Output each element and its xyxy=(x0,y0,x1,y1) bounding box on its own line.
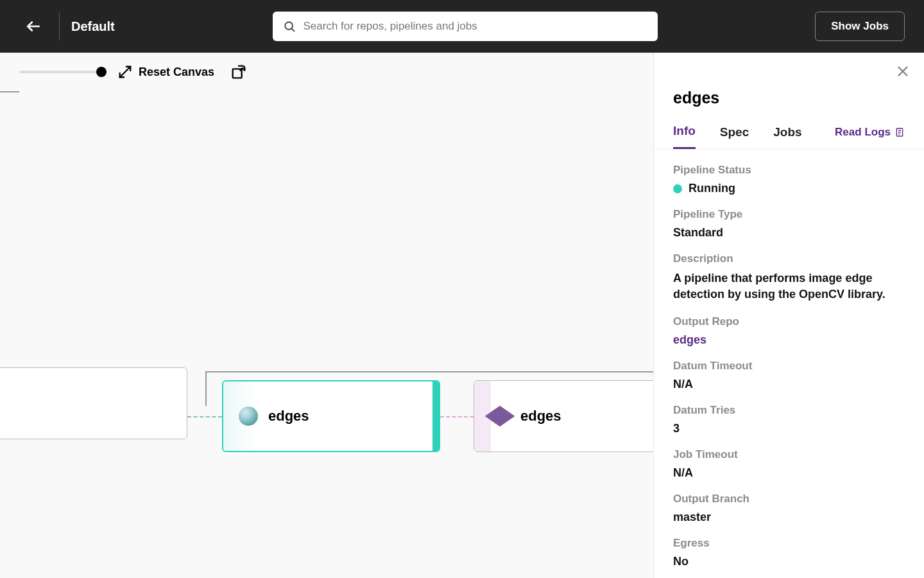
zoom-slider[interactable] xyxy=(19,71,103,73)
field-pipeline-status: Pipeline Status Running xyxy=(673,164,905,195)
output-repo-link[interactable]: edges xyxy=(673,333,905,347)
connector-arrow xyxy=(187,416,222,417)
field-value: N/A xyxy=(673,466,905,480)
close-panel-button[interactable] xyxy=(896,64,910,81)
reset-canvas-button[interactable]: Reset Canvas xyxy=(118,65,214,79)
field-datum-timeout: Datum Timeout N/A xyxy=(673,360,905,391)
node-label: edges xyxy=(268,408,309,425)
field-value: 3 xyxy=(673,422,905,435)
tab-spec[interactable]: Spec xyxy=(720,125,749,148)
svg-line-2 xyxy=(291,29,294,31)
zoom-slider-thumb[interactable] xyxy=(96,67,107,77)
read-logs-label: Read Logs xyxy=(835,126,891,139)
panel-tabs: Info Spec Jobs Read Logs xyxy=(654,107,924,150)
reset-canvas-label: Reset Canvas xyxy=(139,66,214,79)
project-title: Default xyxy=(71,19,115,34)
field-label: Egress xyxy=(673,537,905,550)
field-label: Output Branch xyxy=(673,493,905,505)
field-value: Standard xyxy=(673,226,905,240)
header-divider xyxy=(59,12,60,40)
field-datum-tries: Datum Tries 3 xyxy=(673,404,905,435)
connector-line xyxy=(205,371,207,406)
read-logs-link[interactable]: Read Logs xyxy=(835,126,905,148)
field-label: Description xyxy=(673,252,905,265)
show-jobs-button[interactable]: Show Jobs xyxy=(815,12,905,41)
field-output-branch: Output Branch master xyxy=(673,493,905,524)
field-value: N/A xyxy=(673,378,905,391)
field-label: Output Repo xyxy=(673,315,905,328)
field-label: Pipeline Status xyxy=(673,164,905,177)
details-sidepanel: edges Info Spec Jobs Read Logs Pipeline … xyxy=(653,53,924,578)
field-job-timeout: Job Timeout N/A xyxy=(673,448,905,480)
field-egress: Egress No xyxy=(673,537,905,568)
field-value: A pipeline that performs image edge dete… xyxy=(673,270,905,302)
arrow-left-icon xyxy=(25,18,42,35)
search-input[interactable] xyxy=(304,20,647,33)
rotate-layout-icon xyxy=(230,63,248,81)
rotate-layout-button[interactable] xyxy=(230,63,248,81)
field-pipeline-type: Pipeline Type Standard xyxy=(673,208,905,240)
search-icon xyxy=(283,20,296,33)
expand-arrows-icon xyxy=(118,65,132,79)
field-value: Running xyxy=(689,182,735,195)
close-icon xyxy=(896,64,910,78)
search-box[interactable] xyxy=(273,12,658,41)
field-description: Description A pipeline that performs ima… xyxy=(673,252,905,302)
node-repo-edges[interactable]: edges xyxy=(474,380,653,452)
field-value: master xyxy=(673,511,905,524)
node-accent-right xyxy=(432,381,439,451)
back-button[interactable] xyxy=(19,12,47,40)
field-output-repo: Output Repo edges xyxy=(673,315,905,347)
search-wrap xyxy=(115,12,815,41)
header-bar: Default Show Jobs xyxy=(0,0,924,53)
field-label: Datum Timeout xyxy=(673,360,905,372)
connector-line xyxy=(205,371,653,372)
pipeline-sphere-icon xyxy=(239,407,258,426)
svg-line-3 xyxy=(120,67,131,78)
panel-body[interactable]: Pipeline Status Running Pipeline Type St… xyxy=(654,150,924,578)
tab-jobs[interactable]: Jobs xyxy=(773,125,801,148)
node-repo-ages[interactable]: ages xyxy=(0,367,187,439)
field-label: Job Timeout xyxy=(673,448,905,461)
node-pipeline-edges[interactable]: edges xyxy=(222,380,440,452)
document-icon xyxy=(894,127,905,138)
connector-line xyxy=(0,91,19,92)
panel-title: edges xyxy=(654,53,924,107)
field-label: Datum Tries xyxy=(673,404,905,417)
status-dot-icon xyxy=(673,184,682,193)
connector-arrow xyxy=(440,416,474,417)
tab-info[interactable]: Info xyxy=(673,124,696,149)
field-label: Pipeline Type xyxy=(673,208,905,221)
field-value: No xyxy=(673,555,905,568)
dag-canvas[interactable]: ages edges edges xyxy=(0,91,653,578)
node-label: edges xyxy=(520,408,561,425)
